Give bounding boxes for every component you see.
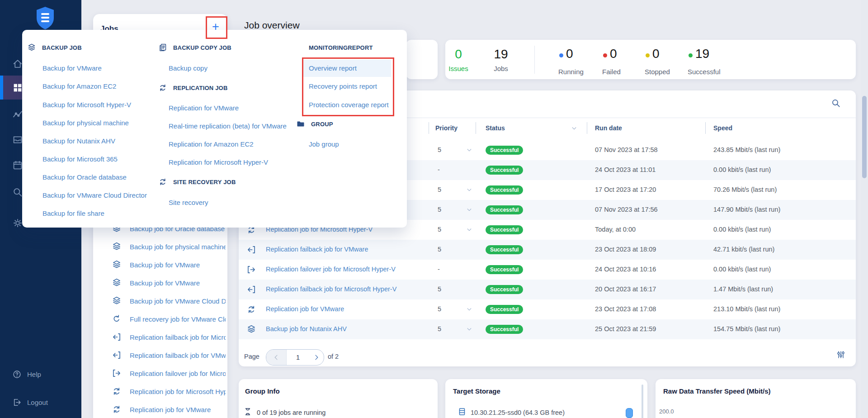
stat-value: 0 <box>610 48 617 60</box>
status-badge: Successful <box>486 225 523 234</box>
table-row[interactable]: Replication failback job for VMware5Succ… <box>239 240 856 260</box>
status-filter-chevron-down-icon[interactable] <box>571 125 577 133</box>
job-list-item[interactable]: Backup job for physical machine <box>93 238 227 256</box>
help-button[interactable]: Help <box>0 366 81 382</box>
status-badge: Successful <box>486 265 523 274</box>
menu-item-backup-copy[interactable]: Backup copy <box>169 62 208 73</box>
replication-failback-icon <box>246 285 256 296</box>
next-page-button[interactable] <box>309 350 324 365</box>
priority-value: - <box>438 166 440 173</box>
menu-item-backup-for-vmware[interactable]: Backup for VMware <box>42 62 102 73</box>
status-badge: Successful <box>486 285 523 294</box>
search-icon <box>12 187 23 198</box>
job-list-item[interactable]: Replication failback job for Microsof <box>93 328 227 346</box>
status-badge: Successful <box>486 146 523 155</box>
column-header-run-date[interactable]: Run date <box>595 124 622 132</box>
priority-chevron-down-icon[interactable] <box>466 207 472 215</box>
priority-chevron-down-icon[interactable] <box>466 187 472 195</box>
table-row[interactable]: Replication job for VMware5Successful23 … <box>239 299 856 319</box>
menu-item-protection-coverage-report[interactable]: Protection coverage report <box>309 99 389 110</box>
job-name-link[interactable]: Replication failover job for Microsoft H… <box>266 266 429 273</box>
group-info-card: Group Info 0 of 19 jobs are running <box>239 379 438 418</box>
menu-item-backup-for-microsoft-365[interactable]: Backup for Microsoft 365 <box>42 153 118 164</box>
column-header-priority[interactable]: Priority <box>435 124 458 132</box>
stat-value: 19 <box>485 48 517 61</box>
job-list-item[interactable]: Backup job for VMware <box>93 256 227 274</box>
current-page-input[interactable]: 1 <box>287 350 309 365</box>
menu-item-backup-for-microsoft-hyper-v[interactable]: Backup for Microsoft Hyper-V <box>42 99 131 110</box>
speed-value: 0.00 kbit/s (last run) <box>713 226 771 233</box>
priority-chevron-down-icon[interactable] <box>466 147 472 155</box>
menu-item-backup-for-oracle-database[interactable]: Backup for Oracle database <box>42 171 127 182</box>
job-list-item-label: Backup job for physical machine <box>130 243 226 251</box>
menu-item-backup-for-nutanix-ahv[interactable]: Backup for Nutanix AHV <box>42 135 115 146</box>
menu-item-replication-for-microsoft-hyper-v[interactable]: Replication for Microsoft Hyper-V <box>169 157 268 167</box>
job-list-item[interactable]: Replication job for VMware <box>93 400 227 418</box>
pagination-label: Page <box>244 353 259 360</box>
job-list-item[interactable]: Replication failover job for Microsof <box>93 364 227 382</box>
job-list-item[interactable]: Full recovery job for VMware Cloud <box>93 310 227 328</box>
stat-label: Running <box>558 68 584 76</box>
menu-item-backup-for-amazon-ec2[interactable]: Backup for Amazon EC2 <box>42 81 116 91</box>
menu-item-replication-for-amazon-ec2[interactable]: Replication for Amazon EC2 <box>169 138 254 149</box>
replication-job-icon <box>246 304 256 316</box>
run-date-value: 23 Oct 2023 at 18:09 <box>595 246 656 253</box>
run-date-value: 23 Oct 2023 at 17:08 <box>595 305 656 313</box>
menu-item-replication-for-vmware[interactable]: Replication for VMware <box>169 102 239 113</box>
app-logo-icon[interactable] <box>35 6 55 32</box>
speed-value: 213.10 Mbit/s (last run) <box>713 305 780 313</box>
menu-section-label: BACKUP JOB <box>42 44 82 51</box>
table-row[interactable]: Replication failback job for Microsoft H… <box>239 280 856 299</box>
logout-button[interactable]: Logout <box>0 394 81 410</box>
backup-job-icon <box>112 296 122 306</box>
run-date-value: 24 Oct 2023 at 11:01 <box>595 166 656 173</box>
table-row[interactable]: Backup job for Nutanix AHV5Successful25 … <box>239 319 856 339</box>
run-date-value: 07 Nov 2023 at 17:56 <box>595 206 658 213</box>
menu-item-real-time-replication-beta-for-vmware[interactable]: Real-time replication (beta) for VMware <box>169 120 287 131</box>
filter-settings-icon[interactable] <box>836 350 845 361</box>
search-icon[interactable] <box>831 98 841 110</box>
job-name-link[interactable]: Replication job for VMware <box>266 305 429 313</box>
job-list-item[interactable]: Replication failback job for VMware <box>93 346 227 364</box>
job-name-link[interactable]: Replication failback job for Microsoft H… <box>266 285 429 293</box>
job-list-item[interactable]: Backup job for VMware Cloud Direc <box>93 292 227 310</box>
menu-item-backup-for-file-share[interactable]: Backup for file share <box>42 208 104 218</box>
gear-icon <box>12 218 23 228</box>
priority-value: 5 <box>438 285 441 293</box>
priority-value: 5 <box>438 246 441 253</box>
priority-chevron-down-icon[interactable] <box>466 326 472 334</box>
stat-successful: 19Successful <box>689 40 729 79</box>
hourglass-icon <box>243 407 252 418</box>
storage-item-label[interactable]: 10.30.21.25-ssd0 (64.3 GB free) <box>471 409 565 416</box>
job-name-link[interactable]: Replication failback job for VMware <box>266 246 429 253</box>
menu-section-backup-copy-job: BACKUP COPY JOB <box>158 42 231 53</box>
page-scrollbar-thumb[interactable] <box>862 96 867 178</box>
speed-value: 1.47 Mbit/s (last run) <box>713 285 773 293</box>
stat-value: 0 <box>566 48 573 60</box>
menu-item-backup-for-vmware-cloud-director[interactable]: Backup for VMware Cloud Director <box>42 190 147 200</box>
menu-item-backup-for-physical-machine[interactable]: Backup for physical machine <box>42 117 129 128</box>
stat-failed: 0Failed <box>603 40 644 79</box>
menu-item-job-group[interactable]: Job group <box>309 138 339 149</box>
job-name-link[interactable]: Backup job for Nutanix AHV <box>266 325 429 332</box>
status-dot <box>689 53 693 57</box>
target-storage-card: Target Storage 10.30.21.25-ssd0 (64.3 GB… <box>445 379 647 418</box>
job-list-item[interactable]: Backup job for VMware <box>93 274 227 292</box>
priority-chevron-down-icon[interactable] <box>466 227 472 235</box>
menu-item-site-recovery[interactable]: Site recovery <box>169 197 208 208</box>
run-date-value: 17 Oct 2023 at 17:20 <box>595 186 656 193</box>
menu-item-recovery-points-report[interactable]: Recovery points report <box>309 81 377 91</box>
help-label: Help <box>27 370 41 378</box>
storage-card-scrollbar[interactable] <box>642 385 643 418</box>
status-badge: Successful <box>486 305 523 314</box>
table-row[interactable]: Replication failover job for Microsoft H… <box>239 260 856 280</box>
priority-chevron-down-icon[interactable] <box>466 306 472 314</box>
column-header-speed[interactable]: Speed <box>713 124 732 132</box>
app-window: Help Logout Jobs + Backup job for Oracle… <box>0 0 868 418</box>
menu-item-overview-report[interactable]: Overview report <box>309 62 357 73</box>
replication-failback-icon <box>112 332 122 342</box>
previous-page-button[interactable] <box>266 350 287 365</box>
column-divider <box>587 122 587 134</box>
column-header-status[interactable]: Status <box>486 124 505 132</box>
job-list-item[interactable]: Replication job for Microsoft Hyper- <box>93 382 227 400</box>
